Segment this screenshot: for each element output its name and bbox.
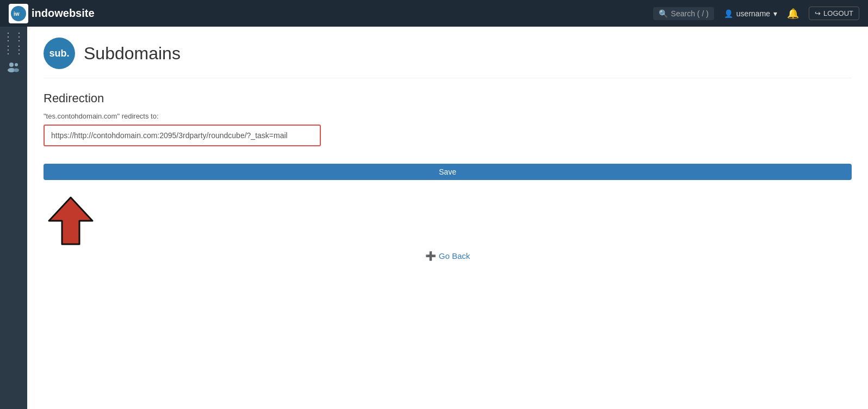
page-icon: sub. — [44, 38, 75, 69]
topnav-right: 🔍 Search ( / ) 👤 username ▾ 🔔 ↪ LOGOUT — [653, 7, 859, 20]
search-placeholder: Search ( / ) — [671, 9, 709, 18]
user-icon: 👤 — [724, 9, 733, 18]
page-title: Subdomains — [84, 44, 181, 64]
site-logo[interactable]: iw indowebsite — [9, 4, 653, 23]
search-icon: 🔍 — [659, 9, 668, 18]
logout-label: LOGOUT — [823, 9, 853, 17]
go-back-link[interactable]: ➕ Go Back — [425, 251, 470, 261]
logout-icon: ↪ — [815, 9, 821, 17]
chevron-down-icon: ▾ — [773, 9, 777, 18]
sidebar: ⋮⋮⋮⋮ — [0, 27, 27, 409]
page-header: sub. Subdomains — [44, 38, 852, 78]
go-back-icon: ➕ — [425, 251, 436, 261]
sidebar-item-grid[interactable]: ⋮⋮⋮⋮ — [4, 33, 23, 53]
user-menu[interactable]: 👤 username ▾ — [724, 9, 777, 18]
svg-point-2 — [9, 63, 14, 67]
go-back-wrapper: ➕ Go Back — [44, 251, 852, 261]
svg-marker-6 — [49, 197, 92, 244]
sidebar-item-users[interactable] — [4, 58, 23, 78]
svg-point-5 — [14, 68, 19, 72]
redirect-input[interactable] — [46, 127, 319, 144]
logo-text: indowebsite — [32, 7, 95, 20]
svg-text:iw: iw — [14, 11, 20, 17]
section-title: Redirection — [44, 91, 852, 106]
bell-icon[interactable]: 🔔 — [787, 8, 799, 20]
save-button[interactable]: Save — [44, 164, 852, 180]
search-box[interactable]: 🔍 Search ( / ) — [653, 7, 714, 20]
arrow-annotation — [44, 196, 98, 245]
svg-point-3 — [15, 63, 18, 66]
users-icon — [7, 61, 20, 76]
go-back-label: Go Back — [439, 251, 470, 261]
logout-button[interactable]: ↪ LOGOUT — [809, 7, 859, 20]
main-layout: ⋮⋮⋮⋮ sub. Subdomains Redirection "tes.co… — [0, 27, 868, 409]
username-label: username — [736, 9, 770, 18]
redirect-label: "tes.contohdomain.com" redirects to: — [44, 112, 852, 120]
save-label: Save — [439, 168, 456, 176]
arrow-up-icon — [44, 196, 98, 245]
main-content: sub. Subdomains Redirection "tes.contohd… — [27, 27, 868, 409]
top-navigation: iw indowebsite 🔍 Search ( / ) 👤 username… — [0, 0, 868, 27]
page-icon-text: sub. — [49, 48, 69, 59]
logo-icon: iw — [9, 4, 28, 23]
redirect-input-wrapper — [44, 125, 321, 146]
grid-icon: ⋮⋮⋮⋮ — [3, 30, 24, 56]
